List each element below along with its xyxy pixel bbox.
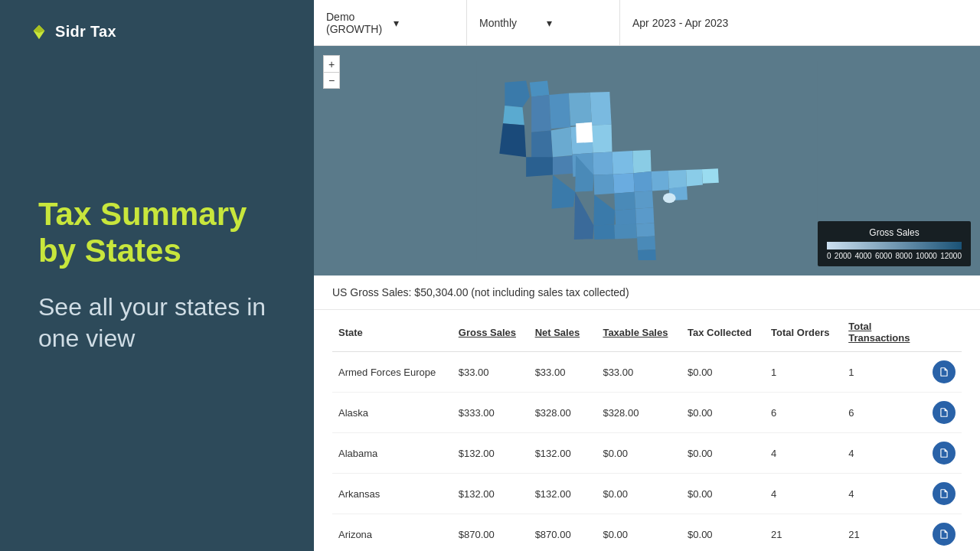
legend-label-8000: 8000 <box>896 252 913 260</box>
state-or <box>503 106 524 126</box>
row-action-button[interactable] <box>933 523 956 546</box>
table-area: State Gross Sales Net Sales Taxable Sale… <box>314 310 980 551</box>
cell-total-orders: 4 <box>765 433 842 474</box>
cell-action <box>923 433 962 474</box>
cell-tax-collected: $0.00 <box>681 514 765 552</box>
cell-state: Arizona <box>332 514 452 552</box>
account-selector[interactable]: Demo (GROWTH) ▾ <box>314 0 467 45</box>
legend-label-4000: 4000 <box>854 252 871 260</box>
map-controls: + − <box>323 55 340 89</box>
legend-label-6000: 6000 <box>875 252 892 260</box>
document-icon <box>939 367 949 377</box>
cell-gross-sales: $132.00 <box>452 433 529 474</box>
cell-tax-collected: $0.00 <box>681 433 765 474</box>
legend-labels: 0 2000 4000 6000 8000 10000 12000 <box>827 252 962 260</box>
zoom-in-button[interactable]: + <box>323 55 340 72</box>
summary-bar: US Gross Sales: $50,304.00 (not includin… <box>314 276 980 310</box>
main-content: Demo (GROWTH) ▾ Monthly ▾ Apr 2023 - Apr… <box>314 0 980 551</box>
state-nd <box>569 93 592 126</box>
sidebar-description: See all your states in one view <box>38 292 276 355</box>
table-row: Alabama $132.00 $132.00 $0.00 $0.00 4 4 <box>332 433 962 474</box>
cell-taxable-sales: $328.00 <box>596 393 681 433</box>
cell-tax-collected: $0.00 <box>681 393 765 433</box>
cell-tax-collected: $0.00 <box>681 352 765 393</box>
legend-label-10000: 10000 <box>916 252 937 260</box>
cell-gross-sales: $132.00 <box>452 474 529 514</box>
document-icon <box>939 407 949 418</box>
cell-net-sales: $132.00 <box>529 433 597 474</box>
state-mi-top <box>632 150 651 173</box>
state-ky <box>614 192 635 210</box>
row-action-button[interactable] <box>933 360 956 383</box>
cell-state: Arkansas <box>332 474 452 514</box>
document-icon <box>939 529 949 540</box>
cell-action <box>923 352 962 393</box>
cell-gross-sales: $333.00 <box>452 393 529 433</box>
col-header-tax-collected: Tax Collected <box>681 310 765 352</box>
state-az <box>526 157 553 177</box>
cell-total-orders: 1 <box>765 352 842 393</box>
col-header-net-sales[interactable]: Net Sales <box>529 310 597 352</box>
cell-taxable-sales: $0.00 <box>596 433 681 474</box>
col-header-state: State <box>332 310 452 352</box>
state-nv <box>531 131 553 159</box>
cell-total-orders: 6 <box>765 393 842 433</box>
cell-net-sales: $33.00 <box>529 352 597 393</box>
legend-label-12000: 12000 <box>940 252 962 260</box>
state-ia <box>593 152 612 174</box>
legend-title: Gross Sales <box>827 227 962 238</box>
cell-gross-sales: $33.00 <box>452 352 529 393</box>
zoom-out-button[interactable]: − <box>323 72 340 89</box>
cell-total-transactions: 21 <box>842 514 923 552</box>
document-icon <box>939 488 949 499</box>
cell-net-sales: $328.00 <box>529 393 597 433</box>
cell-state: Armed Forces Europe <box>332 352 452 393</box>
col-header-taxable-sales[interactable]: Taxable Sales <box>596 310 681 352</box>
document-icon <box>939 448 949 458</box>
table-row: Arkansas $132.00 $132.00 $0.00 $0.00 4 4 <box>332 474 962 514</box>
row-action-button[interactable] <box>933 442 956 465</box>
col-header-total-orders: Total Orders <box>765 310 842 352</box>
state-il <box>613 173 635 193</box>
logo-row: Sidr Tax <box>31 23 116 41</box>
cell-action <box>923 514 962 552</box>
state-wv <box>635 191 654 208</box>
map-area: + − <box>314 46 980 276</box>
cell-total-transactions: 4 <box>842 474 923 514</box>
state-nc <box>614 224 637 240</box>
legend-gradient-bar <box>827 242 962 249</box>
cell-total-transactions: 6 <box>842 393 923 433</box>
state-va <box>635 207 654 223</box>
map-legend: Gross Sales 0 2000 4000 6000 8000 10000 … <box>818 221 971 266</box>
state-tn <box>615 209 636 226</box>
state-mo <box>593 174 614 195</box>
state-ga <box>637 236 655 250</box>
cell-action <box>923 393 962 433</box>
legend-label-2000: 2000 <box>835 252 851 260</box>
cell-state: Alaska <box>332 393 452 433</box>
frequency-chevron-icon: ▾ <box>547 17 608 29</box>
cell-total-transactions: 1 <box>842 352 923 393</box>
state-pa <box>668 170 687 188</box>
state-mn-top <box>590 92 612 126</box>
state-oh <box>652 171 669 191</box>
frequency-selector[interactable]: Monthly ▾ <box>467 0 620 45</box>
col-header-total-transactions[interactable]: TotalTransactions <box>842 310 923 352</box>
col-header-gross-sales[interactable]: Gross Sales <box>452 310 529 352</box>
row-action-button[interactable] <box>933 482 956 505</box>
state-sc <box>636 223 655 237</box>
sidebar: Sidr Tax Tax Summary by States See all y… <box>0 0 314 551</box>
cell-taxable-sales: $0.00 <box>596 514 681 552</box>
gross-sales-summary: US Gross Sales: $50,304.00 (not includin… <box>332 286 629 298</box>
cell-taxable-sales: $0.00 <box>596 474 681 514</box>
row-action-button[interactable] <box>933 401 956 424</box>
sidebar-title: Tax Summary by States <box>38 196 276 270</box>
table-row: Alaska $333.00 $328.00 $328.00 $0.00 6 6 <box>332 393 962 433</box>
state-id <box>531 95 551 132</box>
col-header-actions <box>923 310 962 352</box>
logo-text: Sidr Tax <box>55 23 116 41</box>
cell-total-transactions: 4 <box>842 433 923 474</box>
state-wv-highlight <box>663 193 676 203</box>
frequency-value: Monthly <box>479 17 541 29</box>
state-in <box>633 171 652 192</box>
